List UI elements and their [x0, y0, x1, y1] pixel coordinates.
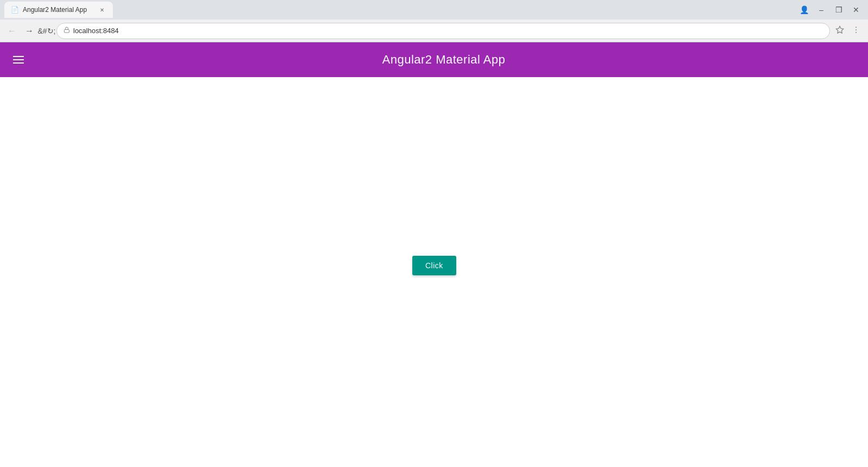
app-title: Angular2 Material App — [28, 53, 859, 67]
tab-title: Angular2 Material App — [23, 6, 93, 14]
address-bar[interactable]: localhost:8484 — [56, 23, 830, 39]
maximize-button[interactable]: ❒ — [831, 2, 846, 17]
browser-chrome: 📄 Angular2 Material App ✕ 👤 – ❒ ✕ ← → — [0, 0, 868, 42]
svg-marker-1 — [836, 26, 843, 33]
reload-button[interactable]: &#↻; — [39, 23, 54, 39]
hamburger-line-3 — [13, 62, 24, 64]
app-toolbar: Angular2 Material App — [0, 42, 868, 77]
hamburger-line-1 — [13, 56, 24, 57]
address-text: localhost:8484 — [73, 27, 823, 35]
profile-icon: 👤 — [800, 5, 809, 14]
click-button[interactable]: Click — [412, 256, 456, 275]
close-icon: ✕ — [853, 5, 859, 14]
forward-button[interactable]: → — [22, 23, 37, 39]
minimize-button[interactable]: – — [814, 2, 829, 17]
maximize-icon: ❒ — [835, 5, 843, 14]
tab-close-button[interactable]: ✕ — [98, 5, 106, 14]
chrome-menu-icon — [852, 26, 860, 36]
minimize-icon: – — [819, 5, 824, 14]
chrome-menu-button[interactable] — [848, 23, 864, 39]
browser-titlebar: 📄 Angular2 Material App ✕ 👤 – ❒ ✕ — [0, 0, 868, 20]
hamburger-menu-button[interactable] — [9, 52, 28, 68]
app-main-content: Click — [0, 77, 868, 467]
hamburger-line-2 — [13, 59, 24, 60]
window-controls: 👤 – ❒ ✕ — [796, 2, 864, 17]
bookmark-icon — [835, 26, 844, 36]
svg-point-3 — [856, 29, 857, 30]
back-button[interactable]: ← — [4, 23, 20, 39]
address-security-icon — [63, 27, 70, 35]
reload-icon: &#↻; — [38, 27, 56, 35]
svg-point-2 — [856, 27, 857, 28]
toolbar-right-controls — [832, 23, 864, 39]
back-icon: ← — [8, 26, 16, 36]
bookmark-button[interactable] — [832, 23, 847, 39]
browser-toolbar: ← → &#↻; localhost:8484 — [0, 20, 868, 42]
svg-rect-0 — [65, 30, 69, 33]
tab-favicon-icon: 📄 — [11, 6, 18, 14]
forward-icon: → — [25, 26, 34, 36]
svg-point-4 — [856, 31, 857, 33]
profile-icon-button[interactable]: 👤 — [796, 2, 812, 17]
app-container: Angular2 Material App Click — [0, 42, 868, 467]
browser-tab[interactable]: 📄 Angular2 Material App ✕ — [4, 2, 113, 18]
close-button[interactable]: ✕ — [848, 2, 864, 17]
